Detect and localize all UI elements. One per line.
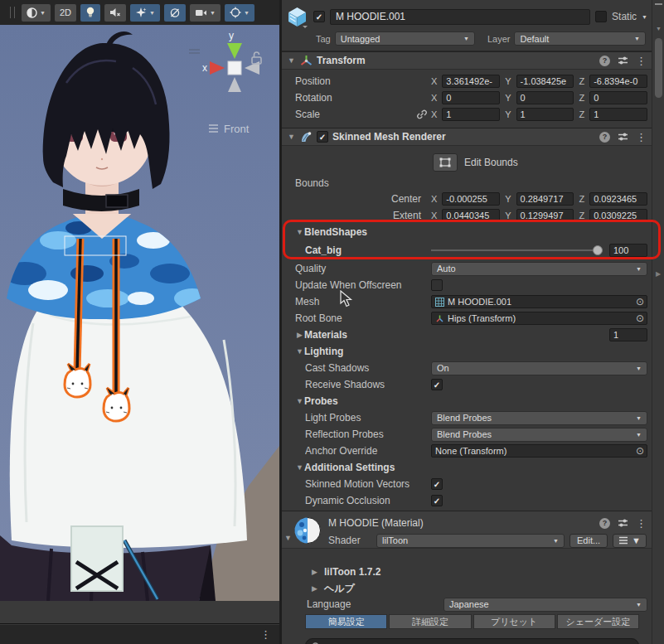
tab-simple-settings[interactable]: 簡易設定 bbox=[305, 614, 387, 629]
language-dropdown[interactable]: Japanese ▼ bbox=[443, 598, 647, 612]
scale-x-field[interactable]: 1 bbox=[442, 108, 500, 121]
position-x-field[interactable]: 3.361492e- bbox=[442, 75, 500, 88]
smr-header[interactable]: ▼ ✓ Skinned Mesh Renderer ? ⋮ bbox=[282, 128, 652, 146]
presets-icon[interactable] bbox=[618, 56, 628, 65]
gizmo-view-label[interactable]: Front bbox=[224, 123, 250, 135]
edit-bounds-button[interactable] bbox=[433, 153, 458, 172]
extent-z-field[interactable]: 0.0309225 bbox=[589, 209, 647, 222]
foldout-open-icon[interactable]: ▼ bbox=[287, 133, 296, 141]
presets-icon[interactable] bbox=[618, 132, 628, 142]
blendshape-slider[interactable] bbox=[431, 244, 603, 257]
foldout-open-icon[interactable]: ▼ bbox=[284, 534, 292, 542]
reflection-probes-dropdown[interactable]: Blend Probes ▼ bbox=[431, 428, 647, 442]
layer-dropdown[interactable]: Default ▼ bbox=[514, 31, 646, 46]
shader-dropdown[interactable]: lilToon ▼ bbox=[376, 534, 565, 548]
kebab-icon[interactable]: ⋮ bbox=[260, 629, 271, 640]
static-checkbox[interactable] bbox=[595, 11, 607, 22]
skinned-motion-checkbox[interactable]: ✓ bbox=[431, 478, 443, 490]
camera-overlay-button[interactable]: ▼ bbox=[190, 4, 221, 22]
slider-handle[interactable] bbox=[593, 245, 603, 255]
root-bone-object-field[interactable]: Hips (Transform) ⊙ bbox=[431, 312, 647, 325]
toolbar-drag-handle[interactable] bbox=[10, 7, 15, 18]
mesh-object-field[interactable]: M HOODIE.001 ⊙ bbox=[431, 295, 647, 308]
transform-header[interactable]: ▼ Transform ? ⋮ bbox=[282, 51, 652, 70]
scene-audio-button[interactable] bbox=[104, 4, 126, 22]
scene-lighting-button[interactable] bbox=[80, 4, 100, 22]
kebab-icon[interactable]: ⋮ bbox=[636, 518, 647, 529]
effects-button[interactable]: ▼ bbox=[130, 4, 160, 22]
light-probes-dropdown[interactable]: Blend Probes ▼ bbox=[431, 411, 647, 425]
active-checkbox[interactable]: ✓ bbox=[313, 11, 325, 22]
foldout-closed-icon[interactable]: ▶ bbox=[295, 331, 304, 339]
anchor-override-field[interactable]: None (Transform) ⊙ bbox=[431, 444, 647, 458]
help-icon[interactable]: ? bbox=[599, 56, 610, 66]
foldout-closed-icon[interactable]: ▶ bbox=[310, 568, 319, 576]
material-header[interactable]: ▼ M HOODIE (Material) ? ⋮ Shader lilToon… bbox=[282, 511, 652, 549]
materials-count-field[interactable]: 1 bbox=[609, 328, 647, 341]
lighting-foldout-row[interactable]: ▼ Lighting bbox=[282, 343, 652, 360]
tab-advanced-settings[interactable]: 詳細設定 bbox=[389, 614, 471, 629]
blendshape-value-field[interactable]: 100 bbox=[609, 244, 647, 257]
extent-x-field[interactable]: 0.0440345 bbox=[442, 209, 500, 222]
position-z-field[interactable]: -6.8394e-0 bbox=[589, 75, 647, 88]
foldout-open-icon[interactable]: ▼ bbox=[295, 397, 304, 405]
update-offscreen-checkbox[interactable] bbox=[431, 279, 443, 291]
rotation-x-field[interactable]: 0 bbox=[442, 91, 500, 104]
help-foldout[interactable]: ▶ ヘルプ bbox=[282, 580, 652, 597]
dynamic-occlusion-checkbox[interactable]: ✓ bbox=[431, 495, 443, 506]
cast-shadows-dropdown[interactable]: On ▼ bbox=[431, 361, 647, 375]
gameobject-name-field[interactable]: M HOODIE.001 bbox=[330, 9, 590, 25]
rotation-y-field[interactable]: 0 bbox=[516, 91, 574, 104]
scroll-up-icon[interactable]: ▼ bbox=[656, 26, 662, 31]
center-y-field[interactable]: 0.2849717 bbox=[516, 192, 574, 206]
foldout-open-icon[interactable]: ▼ bbox=[287, 56, 296, 65]
kebab-icon[interactable]: ⋮ bbox=[636, 56, 647, 66]
tag-dropdown[interactable]: Untagged ▼ bbox=[335, 31, 475, 46]
foldout-open-icon[interactable]: ▼ bbox=[295, 347, 304, 356]
scale-y-field[interactable]: 1 bbox=[516, 108, 574, 121]
hidden-objects-button[interactable] bbox=[164, 4, 186, 22]
foldout-open-icon[interactable]: ▼ bbox=[295, 228, 304, 236]
center-z-field[interactable]: 0.0923465 bbox=[589, 192, 647, 206]
scale-z-field[interactable]: 1 bbox=[589, 108, 647, 121]
help-icon[interactable]: ? bbox=[599, 132, 610, 143]
chevron-down-icon[interactable]: ▼ bbox=[642, 14, 647, 20]
gizmo-center-cube[interactable] bbox=[228, 61, 241, 75]
foldout-open-icon[interactable]: ▼ bbox=[295, 463, 304, 472]
link-icon[interactable] bbox=[416, 109, 428, 120]
additional-settings-row[interactable]: ▼ Additional Settings bbox=[282, 459, 652, 476]
expand-right-icon[interactable]: ▶ bbox=[656, 270, 661, 278]
smr-enabled-checkbox[interactable]: ✓ bbox=[317, 131, 328, 143]
extent-y-field[interactable]: 0.1299497 bbox=[516, 209, 574, 222]
quality-dropdown[interactable]: Auto ▼ bbox=[431, 262, 647, 276]
inspector-scrollbar[interactable]: ▼ ▶ bbox=[652, 0, 664, 644]
rotation-z-field[interactable]: 0 bbox=[589, 91, 647, 104]
material-properties-button[interactable]: ▼ bbox=[613, 534, 647, 548]
scrollbar-thumb[interactable] bbox=[655, 38, 662, 98]
center-x-field[interactable]: -0.000255 bbox=[442, 192, 500, 206]
probes-foldout-row[interactable]: ▼ Probes bbox=[282, 393, 652, 409]
shader-edit-button[interactable]: Edit... bbox=[569, 534, 608, 548]
object-picker-icon[interactable]: ⊙ bbox=[636, 297, 644, 307]
gizmo-x-label[interactable]: x bbox=[202, 62, 207, 74]
position-y-field[interactable]: -1.038425e bbox=[516, 75, 574, 88]
foldout-closed-icon[interactable]: ▶ bbox=[310, 584, 319, 593]
gizmo-y-label[interactable]: y bbox=[229, 30, 234, 41]
draw-mode-button[interactable]: ▼ bbox=[22, 4, 51, 22]
presets-icon[interactable] bbox=[618, 518, 628, 528]
materials-row[interactable]: ▶ Materials 1 bbox=[282, 327, 652, 343]
material-search-field[interactable] bbox=[305, 638, 639, 644]
help-icon[interactable]: ? bbox=[599, 518, 610, 529]
tab-shader-settings[interactable]: シェーダー設定 bbox=[557, 614, 639, 629]
minimize-icon[interactable] bbox=[655, 3, 662, 5]
scene-viewport[interactable]: y x Front bbox=[0, 25, 279, 601]
liltoon-version-foldout[interactable]: ▶ lilToon 1.7.2 bbox=[282, 564, 652, 580]
object-picker-icon[interactable]: ⊙ bbox=[636, 446, 644, 456]
gizmos-button[interactable]: ▼ bbox=[225, 4, 254, 22]
tab-presets[interactable]: プリセット bbox=[473, 614, 555, 629]
kebab-icon[interactable]: ⋮ bbox=[636, 132, 647, 143]
2d-toggle-button[interactable]: 2D bbox=[55, 4, 76, 22]
object-picker-icon[interactable]: ⊙ bbox=[636, 313, 644, 323]
receive-shadows-checkbox[interactable]: ✓ bbox=[431, 379, 443, 390]
blendshapes-foldout-row[interactable]: ▼ BlendShapes bbox=[282, 224, 652, 240]
